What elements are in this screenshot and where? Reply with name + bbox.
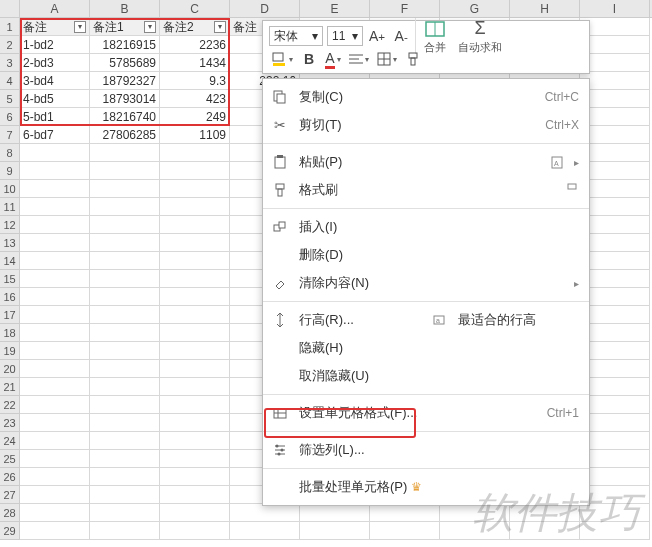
cell[interactable] xyxy=(440,522,510,540)
cell[interactable] xyxy=(580,72,650,90)
cell[interactable] xyxy=(580,18,650,36)
cell[interactable] xyxy=(580,504,650,522)
cell[interactable]: 18216740 xyxy=(90,108,160,126)
cell[interactable] xyxy=(580,414,650,432)
paste-special-icon[interactable]: A xyxy=(550,155,564,169)
col-header-H[interactable]: H xyxy=(510,0,580,17)
cell[interactable] xyxy=(580,180,650,198)
format-painter-ext-icon[interactable] xyxy=(565,183,579,197)
cell[interactable] xyxy=(90,522,160,540)
cell[interactable] xyxy=(510,504,580,522)
fill-color-button[interactable]: ▾ xyxy=(269,49,295,69)
cell[interactable]: 4-bd5 xyxy=(20,90,90,108)
cell[interactable] xyxy=(160,306,230,324)
cell[interactable] xyxy=(20,450,90,468)
cell[interactable] xyxy=(160,270,230,288)
cell[interactable] xyxy=(20,162,90,180)
cell[interactable] xyxy=(160,162,230,180)
cell[interactable] xyxy=(90,252,160,270)
menu-hide[interactable]: 隐藏(H) xyxy=(263,334,589,362)
cell[interactable] xyxy=(160,216,230,234)
decrease-font-button[interactable]: A- xyxy=(391,26,411,46)
col-header-I[interactable]: I xyxy=(580,0,650,17)
cell[interactable]: 2236 xyxy=(160,36,230,54)
menu-format-painter[interactable]: 格式刷 xyxy=(263,176,589,204)
cell[interactable] xyxy=(160,414,230,432)
align-button[interactable]: ▾ xyxy=(347,49,371,69)
row-header[interactable]: 25 xyxy=(0,450,20,468)
cell[interactable] xyxy=(90,360,160,378)
col-header-B[interactable]: B xyxy=(90,0,160,17)
cell[interactable]: 5-bd1 xyxy=(20,108,90,126)
format-painter-button[interactable] xyxy=(403,49,423,69)
row-header[interactable]: 17 xyxy=(0,306,20,324)
cell[interactable] xyxy=(20,432,90,450)
cell[interactable] xyxy=(580,126,650,144)
row-header[interactable]: 8 xyxy=(0,144,20,162)
menu-insert[interactable]: 插入(I) xyxy=(263,213,589,241)
cell[interactable] xyxy=(90,486,160,504)
cell[interactable] xyxy=(20,504,90,522)
cell[interactable]: 249 xyxy=(160,108,230,126)
menu-copy[interactable]: 复制(C) Ctrl+C xyxy=(263,83,589,111)
cell[interactable] xyxy=(20,378,90,396)
cell[interactable] xyxy=(20,180,90,198)
menu-best-row-height[interactable]: a 最适合的行高 xyxy=(430,311,579,329)
menu-cut[interactable]: ✂ 剪切(T) Ctrl+X xyxy=(263,111,589,139)
cell[interactable] xyxy=(90,270,160,288)
cell[interactable] xyxy=(160,342,230,360)
cell[interactable] xyxy=(90,162,160,180)
cell[interactable] xyxy=(90,198,160,216)
cell[interactable] xyxy=(580,450,650,468)
cell[interactable] xyxy=(20,396,90,414)
col-header-G[interactable]: G xyxy=(440,0,510,17)
row-header[interactable]: 26 xyxy=(0,468,20,486)
cell[interactable] xyxy=(580,432,650,450)
font-size-select[interactable]: 11▾ xyxy=(327,26,363,46)
cell[interactable] xyxy=(160,252,230,270)
cell[interactable] xyxy=(20,216,90,234)
cell[interactable] xyxy=(580,396,650,414)
menu-unhide[interactable]: 取消隐藏(U) xyxy=(263,362,589,390)
cell[interactable] xyxy=(580,54,650,72)
cell[interactable] xyxy=(160,432,230,450)
cell[interactable] xyxy=(20,198,90,216)
cell[interactable] xyxy=(580,90,650,108)
menu-row-height[interactable]: 行高(R)... xyxy=(271,311,420,329)
cell[interactable] xyxy=(580,270,650,288)
cell[interactable] xyxy=(370,504,440,522)
cell[interactable]: 1109 xyxy=(160,126,230,144)
cell[interactable] xyxy=(20,486,90,504)
cell[interactable] xyxy=(20,252,90,270)
cell[interactable]: 2-bd3 xyxy=(20,54,90,72)
row-header[interactable]: 2 xyxy=(0,36,20,54)
cell[interactable] xyxy=(90,504,160,522)
row-header[interactable]: 28 xyxy=(0,504,20,522)
row-header[interactable]: 3 xyxy=(0,54,20,72)
cell[interactable] xyxy=(20,270,90,288)
cell[interactable]: 6-bd7 xyxy=(20,126,90,144)
col-header-D[interactable]: D xyxy=(230,0,300,17)
cell[interactable] xyxy=(580,360,650,378)
cell[interactable] xyxy=(580,486,650,504)
cell[interactable] xyxy=(90,414,160,432)
cell[interactable] xyxy=(20,234,90,252)
cell[interactable] xyxy=(580,522,650,540)
cell[interactable] xyxy=(580,306,650,324)
cell[interactable] xyxy=(20,324,90,342)
filter-dropdown-button[interactable]: ▾ xyxy=(74,21,86,33)
row-header[interactable]: 6 xyxy=(0,108,20,126)
cell[interactable] xyxy=(580,324,650,342)
cell[interactable] xyxy=(230,522,300,540)
cell[interactable] xyxy=(580,252,650,270)
cell[interactable] xyxy=(20,522,90,540)
row-header[interactable]: 23 xyxy=(0,414,20,432)
cell[interactable]: 1-bd2 xyxy=(20,36,90,54)
filter-dropdown-button[interactable]: ▾ xyxy=(214,21,226,33)
cell[interactable] xyxy=(160,360,230,378)
bold-button[interactable]: B xyxy=(299,49,319,69)
cell[interactable]: 备注▾ xyxy=(20,18,90,36)
row-header[interactable]: 12 xyxy=(0,216,20,234)
row-header[interactable]: 13 xyxy=(0,234,20,252)
cell[interactable] xyxy=(20,414,90,432)
